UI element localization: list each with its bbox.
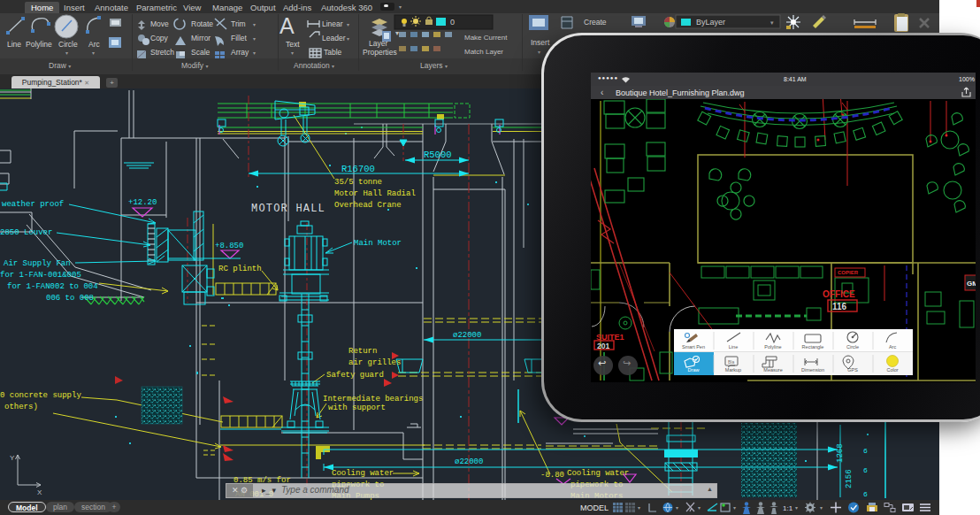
svg-text:Smart Pen: Smart Pen (682, 344, 705, 350)
svg-text:A: A (279, 13, 295, 38)
svg-text:Main Motor: Main Motor (354, 239, 402, 248)
svg-text:Cooling water: Cooling water (332, 469, 394, 478)
svg-text:weather proof: weather proof (2, 200, 64, 209)
svg-text:Dimension: Dimension (801, 367, 824, 373)
svg-text:+12.20: +12.20 (128, 198, 157, 207)
svg-text:▾: ▾ (770, 19, 774, 26)
svg-text:R5000: R5000 (424, 150, 452, 160)
svg-text:ø22000: ø22000 (453, 331, 481, 340)
svg-text:MODEL: MODEL (580, 503, 609, 512)
svg-text:Arc: Arc (889, 344, 897, 350)
svg-text:Cooling water: Cooling water (567, 469, 629, 478)
svg-text:Draw: Draw (688, 367, 700, 373)
svg-text:Polyline: Polyline (764, 344, 781, 350)
svg-text:6: 6 (863, 490, 868, 498)
svg-text:Y: Y (10, 454, 15, 462)
svg-text:116: 116 (832, 302, 847, 311)
svg-text:GM: GM (967, 280, 976, 288)
svg-text:Intermediate bearings: Intermediate bearings (323, 395, 423, 404)
svg-text:Markup: Markup (725, 367, 741, 373)
svg-text:▾: ▾ (795, 505, 798, 511)
svg-text:006 to 008: 006 to 008 (46, 294, 94, 303)
svg-text:Overhead Crane: Overhead Crane (334, 201, 402, 210)
svg-text:Motor Hall Radial: Motor Hall Radial (334, 189, 416, 198)
svg-text:for 1-FAN002 to 004: for 1-FAN002 to 004 (7, 282, 98, 291)
svg-text:R16700: R16700 (341, 164, 375, 174)
svg-text:X: X (37, 488, 42, 496)
svg-text:for 1-FAN-001&005: for 1-FAN-001&005 (0, 271, 81, 280)
svg-text:35/5 tonne: 35/5 tonne (334, 178, 382, 187)
svg-text:▾: ▾ (676, 505, 678, 511)
svg-text:Bla: Bla (728, 359, 734, 365)
svg-text:+8.850: +8.850 (215, 242, 243, 250)
svg-text:0: 0 (450, 18, 455, 27)
svg-text:2156: 2156 (845, 469, 854, 488)
svg-text:Return: Return (348, 347, 377, 356)
svg-text:▾: ▾ (733, 505, 736, 511)
svg-text:6: 6 (863, 447, 868, 455)
svg-text:Measure: Measure (763, 367, 782, 373)
svg-text:▾: ▾ (820, 505, 823, 511)
svg-text:Line: Line (729, 344, 738, 350)
svg-text:GPS: GPS (847, 367, 858, 373)
svg-text:ø22000: ø22000 (455, 457, 483, 466)
svg-text:6: 6 (863, 466, 868, 474)
svg-text:Color: Color (886, 367, 898, 373)
svg-text:▾: ▾ (638, 505, 640, 511)
svg-text:▾: ▾ (698, 505, 701, 511)
svg-text:Air Supply Fan: Air Supply Fan (4, 259, 71, 268)
svg-text:0 concrete supply: 0 concrete supply (0, 391, 81, 400)
svg-text:1:1: 1:1 (783, 504, 793, 512)
svg-text:air grilles: air grilles (348, 358, 401, 367)
svg-text:OFFICE: OFFICE (823, 289, 855, 299)
svg-text:Circle: Circle (846, 344, 859, 350)
svg-text:others): others) (4, 403, 38, 411)
svg-text:RC plinth: RC plinth (218, 265, 262, 273)
svg-text:COPIER: COPIER (838, 270, 859, 275)
svg-text:ByLayer: ByLayer (696, 18, 725, 27)
svg-text:Rectangle: Rectangle (802, 344, 824, 350)
svg-text:2850 Louver: 2850 Louver (0, 228, 52, 237)
svg-text:MOTOR HALL: MOTOR HALL (251, 203, 325, 215)
svg-text:1268: 1268 (836, 443, 845, 463)
svg-text:-8.80: -8.80 (540, 471, 564, 480)
svg-text:with support: with support (328, 404, 386, 412)
svg-text:▾: ▾ (395, 29, 399, 37)
svg-text:201: 201 (597, 342, 609, 350)
svg-text:Safety guard: Safety guard (326, 371, 384, 380)
